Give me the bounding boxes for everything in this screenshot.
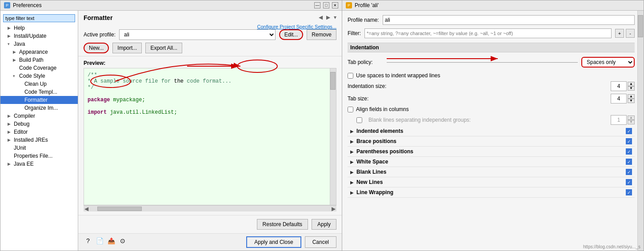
use-spaces-checkbox[interactable] — [348, 73, 353, 79]
edit-button[interactable]: Edit... — [279, 29, 304, 40]
code-import-value: java.util.LinkedList; — [107, 109, 177, 116]
profile-scrollbar[interactable] — [637, 11, 644, 251]
indentation-size-input[interactable] — [611, 81, 627, 91]
nav-forward-icon[interactable]: ▶ — [326, 14, 330, 20]
expand-all-icon[interactable]: + — [615, 29, 624, 38]
maximize-button[interactable]: □ — [323, 2, 329, 8]
preview-vertical-scrollbar[interactable] — [330, 68, 336, 205]
sidebar-item-editor[interactable]: ▶ Editor — [0, 128, 78, 136]
blank-lines-checkbox[interactable] — [356, 117, 362, 123]
sidebar-item-code-style[interactable]: ▾ Code Style — [0, 72, 78, 80]
line-wrapping-check: ✓ — [626, 189, 632, 195]
brace-positions-check: ✓ — [626, 138, 632, 144]
collapse-all-icon[interactable]: - — [626, 29, 635, 38]
tab-policy-label: Tab policy: — [348, 59, 383, 65]
sidebar-item-junit[interactable]: JUnit — [0, 144, 78, 152]
sidebar-item-appearance[interactable]: ▶ Appearance — [0, 48, 78, 56]
sidebar-item-organize-imports[interactable]: Organize Im... — [0, 104, 78, 112]
brace-positions-item[interactable]: ▶ Brace positions ✓ — [348, 136, 635, 147]
nav-dropdown-icon[interactable]: ▾ — [334, 14, 336, 20]
align-fields-checkbox[interactable] — [348, 107, 353, 112]
sidebar-item-debug[interactable]: ▶ Debug — [0, 120, 78, 128]
nav-back-icon[interactable]: ◀ — [319, 14, 323, 20]
sidebar-item-properties-file[interactable]: Properties File... — [0, 152, 78, 160]
arrow-icon: ▶ — [8, 138, 12, 142]
import-button[interactable]: Import... — [112, 43, 142, 53]
preview-code: /** * A sample source file for the code … — [84, 68, 336, 205]
new-lines-item[interactable]: ▶ New Lines ✓ — [348, 177, 635, 187]
filter-field[interactable] — [364, 28, 612, 38]
settings-icon[interactable]: ⊙ — [118, 236, 127, 245]
arrow-icon: ▶ — [8, 162, 12, 166]
line-wrapping-item[interactable]: ▶ Line Wrapping ✓ — [348, 187, 635, 198]
export-all-button[interactable]: Export All... — [145, 43, 182, 53]
bottom-left-icons: ? 📄 📤 ⊙ — [84, 236, 127, 248]
preferences-icon: P — [4, 2, 10, 8]
brace-positions-label: Brace positions — [356, 138, 623, 144]
sidebar-item-code-templates[interactable]: Code Templ... — [0, 88, 78, 96]
tab-policy-select[interactable]: Spaces only Tab only Mixed — [581, 57, 635, 68]
tab-size-input[interactable] — [611, 94, 627, 104]
profile-select[interactable]: ali — [119, 29, 276, 40]
sidebar-item-java[interactable]: ▾ Java — [0, 40, 78, 48]
indented-elements-item[interactable]: ▶ Indented elements ✓ — [348, 126, 635, 136]
indentation-size-spinner: ▲ ▼ — [611, 81, 635, 91]
close-button[interactable]: ✕ — [332, 2, 338, 8]
scrollbar-thumb — [330, 72, 336, 90]
sidebar-item-code-coverage[interactable]: Code Coverage — [0, 64, 78, 72]
new-button[interactable]: New... — [84, 43, 109, 53]
blank-lines-input[interactable] — [611, 115, 627, 125]
apply-button[interactable]: Apply — [312, 219, 336, 230]
sidebar-item-formatter[interactable]: Formatter — [0, 96, 78, 104]
preferences-panel: P Preferences — □ ✕ ▶ Help ▶ Install/Upd… — [0, 0, 342, 251]
preview-horizontal-scrollbar[interactable]: ◀ ▶ — [84, 205, 336, 211]
cancel-button[interactable]: Cancel — [305, 236, 336, 248]
blank-lines-down-button[interactable]: ▼ — [628, 120, 635, 124]
arrow-icon: ▶ — [8, 114, 12, 118]
spinner-up-button[interactable]: ▲ — [628, 82, 635, 86]
indentation-size-row: Indentation size: ▲ ▼ — [348, 80, 635, 92]
formatter-title: Formatter — [84, 14, 112, 21]
tab-policy-row: Tab policy: Spaces only Tab only Mixed — [348, 55, 635, 69]
sidebar-item-help[interactable]: ▶ Help — [0, 24, 78, 32]
minimize-button[interactable]: — — [314, 2, 320, 8]
sidebar-item-clean-up[interactable]: Clean Up — [0, 80, 78, 88]
preview-label: Preview: — [84, 60, 336, 66]
sidebar-item-label: JUnit — [14, 145, 26, 151]
sidebar-item-java-ee[interactable]: ▶ Java EE — [0, 160, 78, 168]
file-icon[interactable]: 📄 — [95, 236, 104, 245]
apply-close-button[interactable]: Apply and Close — [246, 236, 301, 248]
tab-size-up-button[interactable]: ▲ — [628, 94, 635, 99]
align-fields-row: Align fields in columns — [348, 105, 635, 114]
sidebar-item-build-path[interactable]: ▶ Build Path — [0, 56, 78, 64]
filter-input[interactable] — [3, 14, 75, 22]
sidebar-item-installed-jres[interactable]: ▶ Installed JREs — [0, 136, 78, 144]
filter-row: Filter: + - — [348, 28, 635, 38]
restore-defaults-button[interactable]: Restore Defaults — [257, 219, 308, 230]
sidebar-item-label: Debug — [14, 121, 29, 127]
blank-lines-section-item[interactable]: ▶ Blank Lines ✓ — [348, 167, 635, 177]
blank-lines-up-button[interactable]: ▲ — [628, 116, 635, 120]
indented-elements-check: ✓ — [626, 128, 632, 134]
sidebar-item-install-update[interactable]: ▶ Install/Update — [0, 32, 78, 40]
sidebar-item-label: Code Style — [19, 73, 45, 79]
export-icon[interactable]: 📤 — [107, 236, 116, 245]
parentheses-positions-item[interactable]: ▶ Parentheses positions ✓ — [348, 147, 635, 157]
sidebar-item-compiler[interactable]: ▶ Compiler — [0, 112, 78, 120]
configure-project-settings-link[interactable]: Configure Project Specific Settings... — [257, 24, 336, 29]
hscroll-right-arrow[interactable]: ▶ — [332, 206, 336, 212]
tab-size-label: Tab size: — [348, 96, 607, 102]
spinner-arrows: ▲ ▼ — [628, 82, 635, 91]
hscroll-left-arrow[interactable]: ◀ — [84, 206, 88, 212]
blank-lines-row: Blank lines separating independent group… — [348, 114, 635, 126]
profile-name-input[interactable] — [383, 15, 635, 25]
spinner-down-button[interactable]: ▼ — [628, 86, 635, 91]
arrow-icon: ▶ — [8, 130, 12, 134]
code-package-keyword: package — [88, 97, 110, 103]
help-icon[interactable]: ? — [84, 236, 92, 245]
tab-size-down-button[interactable]: ▼ — [628, 99, 635, 103]
remove-button[interactable]: Remove — [307, 29, 336, 40]
white-space-item[interactable]: ▶ White Space ✓ — [348, 157, 635, 167]
preferences-body: ▶ Help ▶ Install/Update ▾ Java ▶ Appeara… — [0, 11, 342, 251]
profile-body: Profile name: Filter: + - Indentation Ta… — [342, 11, 644, 251]
